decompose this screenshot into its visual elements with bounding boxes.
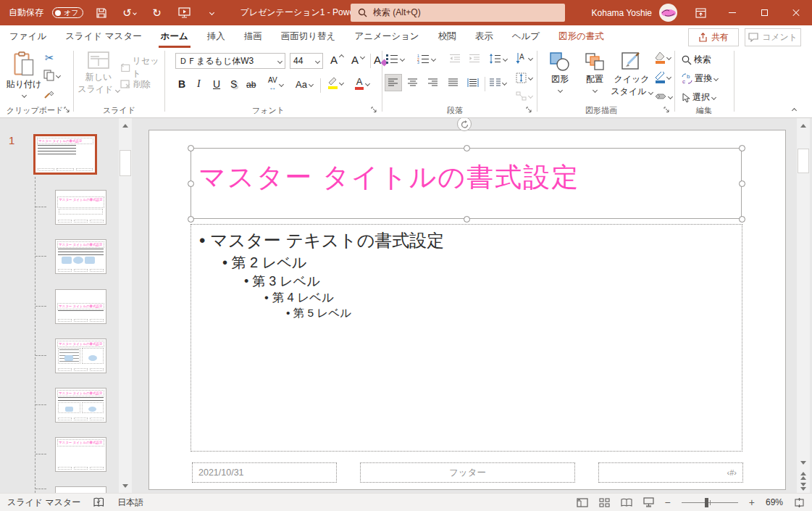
convert-smartart-button[interactable] xyxy=(516,91,532,101)
cut-button[interactable]: ✂ xyxy=(45,51,54,65)
save-button[interactable] xyxy=(92,4,111,22)
clipboard-dialog-launcher[interactable] xyxy=(64,105,70,115)
thumbnail-panel-scrollbar[interactable] xyxy=(119,118,132,493)
delete-button[interactable]: 削除 xyxy=(120,78,151,91)
autosave-toggle[interactable]: オフ xyxy=(52,7,83,18)
slide-canvas[interactable]: マスター タイトルの書式設定 マスター テキストの書式設定 第 2 レベル 第 … xyxy=(148,130,786,490)
tab-draw[interactable]: 描画 xyxy=(235,25,272,48)
slide-number-placeholder[interactable]: ‹#› xyxy=(598,462,743,483)
change-case-button[interactable]: Aa xyxy=(296,79,313,90)
main-scrollbar[interactable] xyxy=(797,118,810,493)
paste-button[interactable]: 貼り付け xyxy=(7,51,41,97)
resize-handle-top-center[interactable] xyxy=(464,145,470,151)
fit-to-window-icon[interactable] xyxy=(794,498,805,507)
scroll-down-button[interactable] xyxy=(797,456,810,469)
new-slide-button[interactable]: 新しい スライド xyxy=(80,51,117,96)
tab-help[interactable]: ヘルプ xyxy=(503,25,549,48)
bold-button[interactable]: B xyxy=(178,78,185,90)
line-spacing-button[interactable] xyxy=(489,54,507,64)
resize-handle-bottom-center[interactable] xyxy=(464,216,470,223)
select-button[interactable]: 選択 xyxy=(682,91,716,104)
tab-insert[interactable]: 挿入 xyxy=(198,25,235,48)
ribbon-display-options-button[interactable] xyxy=(685,0,716,25)
font-dialog-launcher[interactable] xyxy=(371,105,377,115)
previous-slide-button[interactable] xyxy=(797,470,810,481)
share-button[interactable]: 共有 xyxy=(688,28,739,46)
resize-handle-middle-left[interactable] xyxy=(188,180,194,187)
date-placeholder[interactable]: 2021/10/31 xyxy=(192,462,337,483)
strikethrough-button[interactable]: ab xyxy=(246,80,256,90)
thumb-scrollbar-thumb[interactable] xyxy=(120,150,131,176)
zoom-out-button[interactable]: − xyxy=(665,497,671,508)
numbering-button[interactable]: 123 xyxy=(417,54,435,64)
redo-button[interactable]: ↻ xyxy=(147,4,166,22)
resize-handle-top-left[interactable] xyxy=(188,145,194,151)
layout-thumbnail-section-header[interactable]: マスター タイトルの書式設定 xyxy=(55,289,106,324)
bullets-button[interactable] xyxy=(386,54,404,64)
layout-thumbnail-title-only[interactable]: マスター タイトルの書式設定 xyxy=(55,437,106,472)
underline-button[interactable]: U xyxy=(213,78,220,90)
align-text-button[interactable] xyxy=(516,72,532,83)
zoom-level[interactable]: 69% xyxy=(766,497,783,507)
spellcheck-icon[interactable] xyxy=(93,497,104,507)
increase-font-size-button[interactable]: A xyxy=(330,54,343,66)
body-level-4[interactable]: 第 4 レベル xyxy=(264,290,334,306)
zoom-slider-thumb[interactable] xyxy=(705,498,708,507)
minimize-button[interactable] xyxy=(716,0,748,25)
language-status[interactable]: 日本語 xyxy=(117,497,143,509)
zoom-in-button[interactable]: + xyxy=(749,497,755,508)
tab-home[interactable]: ホーム xyxy=(151,25,198,48)
reading-view-icon[interactable] xyxy=(621,498,632,507)
italic-button[interactable]: I xyxy=(197,78,201,90)
resize-handle-bottom-right[interactable] xyxy=(739,216,745,223)
body-level-1[interactable]: マスター テキストの書式設定 xyxy=(199,229,444,252)
character-spacing-button[interactable]: AV↔ xyxy=(268,77,283,91)
shape-fill-button[interactable] xyxy=(655,52,671,64)
highlight-color-button[interactable] xyxy=(327,77,343,89)
comments-button[interactable]: コメント xyxy=(745,28,801,46)
main-scrollbar-thumb[interactable] xyxy=(798,149,809,173)
increase-indent-button[interactable] xyxy=(469,54,480,63)
master-thumbnail[interactable]: マスター タイトルの書式設定 xyxy=(33,134,97,175)
tab-slide-master[interactable]: スライド マスター xyxy=(56,25,151,48)
reset-button[interactable]: リセット xyxy=(120,55,164,80)
align-center-button[interactable] xyxy=(408,78,418,87)
quick-access-more-button[interactable] xyxy=(202,4,221,22)
distribute-text-button[interactable] xyxy=(467,78,479,87)
replace-button[interactable]: bc 置換 xyxy=(682,72,718,85)
paragraph-dialog-launcher[interactable] xyxy=(526,105,532,115)
columns-button[interactable] xyxy=(490,78,506,87)
decrease-indent-button[interactable] xyxy=(449,54,461,63)
shape-outline-button[interactable] xyxy=(655,72,671,83)
search-input[interactable]: 検索 (Alt+Q) xyxy=(351,4,565,22)
text-direction-button[interactable]: A xyxy=(516,52,532,64)
start-slideshow-button[interactable] xyxy=(175,4,193,22)
resize-handle-top-right[interactable] xyxy=(739,145,745,151)
layout-thumbnail-two-content[interactable]: マスター タイトルの書式設定 xyxy=(55,338,106,373)
find-button[interactable]: 検索 xyxy=(682,54,711,66)
avatar[interactable] xyxy=(659,4,677,22)
slide-sorter-view-icon[interactable] xyxy=(599,498,610,507)
tab-review[interactable]: 校閲 xyxy=(429,25,466,48)
arrange-button[interactable]: 配置 xyxy=(579,52,610,92)
align-left-button[interactable] xyxy=(385,74,402,91)
next-slide-button[interactable] xyxy=(797,481,810,491)
thumb-scroll-up-button[interactable] xyxy=(119,118,132,133)
body-level-3[interactable]: 第 3 レベル xyxy=(244,273,320,290)
layout-thumbnail-blank[interactable] xyxy=(55,486,106,493)
tab-shape-format[interactable]: 図形の書式 xyxy=(549,25,614,48)
resize-handle-middle-right[interactable] xyxy=(739,180,745,187)
shapes-button[interactable]: 図形 xyxy=(545,52,575,92)
layout-thumbnail-title-slide[interactable]: マスター タイトルの書式設定 xyxy=(55,190,106,225)
format-painter-button[interactable] xyxy=(43,88,55,99)
undo-button[interactable]: ↺ xyxy=(120,4,138,22)
copy-button[interactable] xyxy=(43,70,60,81)
footer-placeholder[interactable]: フッター xyxy=(360,462,575,483)
layout-thumbnail-title-content[interactable]: マスター タイトルの書式設定 xyxy=(55,239,106,274)
text-shadow-button[interactable]: S xyxy=(230,78,237,90)
slideshow-view-icon[interactable] xyxy=(643,497,654,507)
slide-title-text[interactable]: マスター タイトルの書式設定 xyxy=(198,159,579,196)
font-size-combobox[interactable]: 44 xyxy=(290,53,323,69)
thumb-scroll-down-button[interactable] xyxy=(119,478,132,493)
close-button[interactable] xyxy=(780,0,812,25)
